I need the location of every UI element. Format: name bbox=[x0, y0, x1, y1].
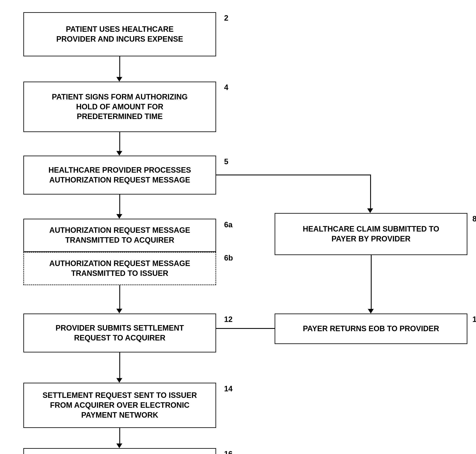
box-6a: AUTHORIZATION REQUEST MESSAGETRANSMITTED… bbox=[23, 219, 216, 252]
label-4: 4 bbox=[224, 83, 228, 92]
arrowhead-6b-12 bbox=[116, 309, 122, 313]
line-5-right bbox=[216, 174, 371, 175]
box-5: HEALTHCARE PROVIDER PROCESSESAUTHORIZATI… bbox=[23, 156, 216, 195]
arrowhead-5-8 bbox=[367, 208, 373, 213]
box-8-label: HEALTHCARE CLAIM SUBMITTED TOPAYER BY PR… bbox=[303, 224, 439, 244]
box-12: PROVIDER SUBMITS SETTLEMENTREQUEST TO AC… bbox=[23, 314, 216, 352]
label-8: 8 bbox=[472, 214, 476, 223]
arrow-12-14 bbox=[119, 352, 120, 379]
arrow-14-16 bbox=[119, 428, 120, 444]
box-6a-label: AUTHORIZATION REQUEST MESSAGETRANSMITTED… bbox=[49, 225, 190, 245]
arrow-6b-12 bbox=[119, 285, 120, 310]
label-6a: 6a bbox=[224, 220, 232, 229]
box-6b-label: AUTHORIZATION REQUEST MESSAGETRANSMITTED… bbox=[49, 259, 190, 278]
box-4-label: PATIENT SIGNS FORM AUTHORIZINGHOLD OF AM… bbox=[52, 92, 187, 121]
arrow-5-6a bbox=[119, 195, 120, 215]
arrowhead-12-14 bbox=[116, 378, 122, 383]
arrowhead-8-10 bbox=[368, 309, 374, 314]
box-2: PATIENT USES HEALTHCAREPROVIDER AND INCU… bbox=[23, 12, 216, 56]
label-16: 16 bbox=[224, 450, 232, 454]
flowchart: PATIENT USES HEALTHCAREPROVIDER AND INCU… bbox=[0, 0, 476, 454]
label-5: 5 bbox=[224, 157, 228, 166]
box-4: PATIENT SIGNS FORM AUTHORIZINGHOLD OF AM… bbox=[23, 82, 216, 132]
arrowhead-2-4 bbox=[116, 77, 122, 82]
arrow-8-10 bbox=[371, 255, 372, 310]
box-5-label: HEALTHCARE PROVIDER PROCESSESAUTHORIZATI… bbox=[48, 165, 191, 185]
arrowhead-4-5 bbox=[116, 151, 122, 156]
label-10: 10 bbox=[472, 315, 476, 324]
arrowhead-5-6a bbox=[116, 214, 122, 219]
box-10-label: PAYER RETURNS EOB TO PROVIDER bbox=[303, 324, 439, 334]
arrow-10-12 bbox=[216, 328, 275, 329]
label-14: 14 bbox=[224, 384, 232, 393]
arrow-4-5 bbox=[119, 132, 120, 152]
box-2-label: PATIENT USES HEALTHCAREPROVIDER AND INCU… bbox=[56, 24, 183, 44]
arrowhead-14-16 bbox=[116, 444, 122, 448]
box-16: ISSUER DROPS HOLD AMOUNT AFTERPREDETERMI… bbox=[23, 448, 216, 454]
box-10: PAYER RETURNS EOB TO PROVIDER bbox=[275, 314, 467, 344]
box-6b: AUTHORIZATION REQUEST MESSAGETRANSMITTED… bbox=[23, 252, 216, 285]
box-12-label: PROVIDER SUBMITS SETTLEMENTREQUEST TO AC… bbox=[55, 323, 184, 343]
box-14-label: SETTLEMENT REQUEST SENT TO ISSUERFROM AC… bbox=[43, 391, 197, 420]
box-14: SETTLEMENT REQUEST SENT TO ISSUERFROM AC… bbox=[23, 383, 216, 428]
label-12: 12 bbox=[224, 315, 232, 324]
arrow-2-4 bbox=[119, 56, 120, 78]
label-2: 2 bbox=[224, 14, 228, 23]
label-6b: 6b bbox=[224, 254, 233, 262]
box-8: HEALTHCARE CLAIM SUBMITTED TOPAYER BY PR… bbox=[275, 213, 467, 255]
line-right-down bbox=[370, 174, 371, 209]
